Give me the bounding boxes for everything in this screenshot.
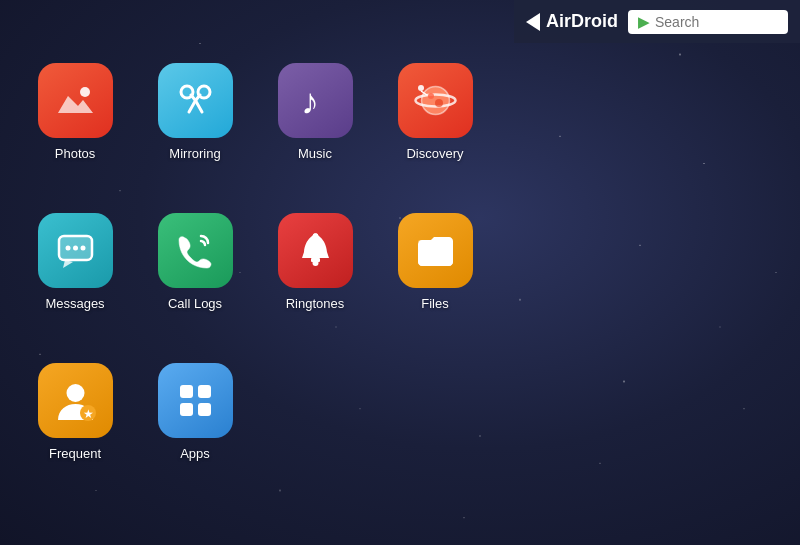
files-icon bbox=[398, 213, 473, 288]
svg-point-22 bbox=[313, 234, 318, 239]
frequent-icon: ★ bbox=[38, 363, 113, 438]
app-item-mirroring[interactable]: Mirroring bbox=[140, 55, 250, 195]
apps-label: Apps bbox=[180, 446, 210, 461]
app-item-music[interactable]: ♪ Music bbox=[260, 55, 370, 195]
discovery-label: Discovery bbox=[406, 146, 463, 161]
app-grid: Photos Mirroring ♪ Music bbox=[20, 55, 490, 495]
frequent-label: Frequent bbox=[49, 446, 101, 461]
back-arrow-icon[interactable] bbox=[526, 13, 540, 31]
app-item-apps[interactable]: Apps bbox=[140, 355, 250, 495]
svg-line-6 bbox=[195, 101, 202, 113]
mirroring-icon bbox=[158, 63, 233, 138]
svg-point-11 bbox=[428, 93, 434, 99]
svg-point-23 bbox=[66, 384, 84, 402]
app-item-photos[interactable]: Photos bbox=[20, 55, 130, 195]
svg-rect-26 bbox=[180, 385, 193, 398]
svg-point-19 bbox=[80, 246, 85, 251]
music-icon: ♪ bbox=[278, 63, 353, 138]
svg-rect-27 bbox=[198, 385, 211, 398]
calllogs-icon bbox=[158, 213, 233, 288]
photos-label: Photos bbox=[55, 146, 95, 161]
svg-rect-28 bbox=[180, 403, 193, 416]
app-item-ringtones[interactable]: Ringtones bbox=[260, 205, 370, 345]
svg-point-12 bbox=[435, 99, 443, 107]
svg-point-13 bbox=[418, 85, 424, 91]
ringtones-label: Ringtones bbox=[286, 296, 345, 311]
svg-rect-29 bbox=[198, 403, 211, 416]
app-item-calllogs[interactable]: Call Logs bbox=[140, 205, 250, 345]
airdroid-title: AirDroid bbox=[546, 11, 618, 32]
apps-icon bbox=[158, 363, 233, 438]
svg-line-5 bbox=[189, 101, 196, 113]
svg-text:♪: ♪ bbox=[301, 81, 319, 122]
messages-label: Messages bbox=[45, 296, 104, 311]
topbar: AirDroid ▶ bbox=[514, 0, 800, 43]
svg-point-18 bbox=[73, 246, 78, 251]
ringtones-icon bbox=[278, 213, 353, 288]
music-label: Music bbox=[298, 146, 332, 161]
search-bar[interactable]: ▶ bbox=[628, 10, 788, 34]
app-item-messages[interactable]: Messages bbox=[20, 205, 130, 345]
svg-point-21 bbox=[312, 260, 318, 266]
files-label: Files bbox=[421, 296, 448, 311]
svg-point-0 bbox=[80, 87, 90, 97]
play-store-icon: ▶ bbox=[638, 14, 649, 30]
app-item-frequent[interactable]: ★ Frequent bbox=[20, 355, 130, 495]
photos-icon bbox=[38, 63, 113, 138]
search-input[interactable] bbox=[655, 14, 778, 30]
calllogs-label: Call Logs bbox=[168, 296, 222, 311]
messages-icon bbox=[38, 213, 113, 288]
discovery-icon bbox=[398, 63, 473, 138]
airdroid-logo: AirDroid bbox=[526, 11, 618, 32]
svg-point-17 bbox=[65, 246, 70, 251]
svg-text:★: ★ bbox=[83, 407, 94, 421]
app-item-files[interactable]: Files bbox=[380, 205, 490, 345]
mirroring-label: Mirroring bbox=[169, 146, 220, 161]
app-item-discovery[interactable]: Discovery bbox=[380, 55, 490, 195]
